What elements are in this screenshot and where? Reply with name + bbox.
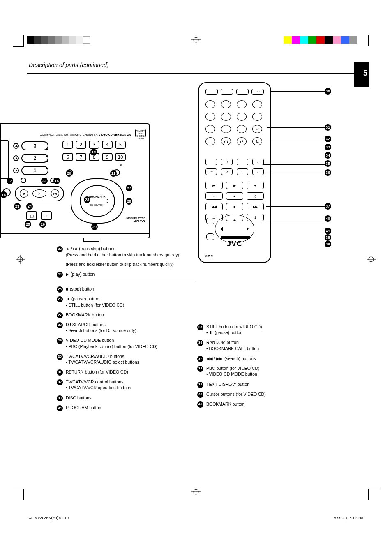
parts-list-entry: 32TV/CATV/VCR control buttons• TV/CATV/V… [57, 379, 196, 390]
callout-38: 38 [325, 234, 331, 241]
parts-list-entry: 28DJ SEARCH buttons• Search buttons (for… [57, 322, 196, 333]
parts-list-entry: 33DISC buttons [57, 395, 196, 401]
callout-number: 32 [57, 379, 63, 385]
held-note: (Press and hold either button to skip tr… [66, 262, 196, 268]
parts-list-right: 35STILL button (for VIDEO CD)• ⏸ (pause)… [197, 324, 337, 411]
numkey: 1 [62, 141, 73, 149]
play-icon: ▶ [226, 182, 243, 189]
entry-text: VIDEO CD MODE button [66, 338, 114, 343]
page-footer: XL-MV303BK(En).01-10 5 99.2.1, 8:12 PM [0, 516, 392, 520]
power-icon: ⏻ [221, 137, 231, 145]
callout-27: 27 [126, 185, 132, 191]
parts-list-entry: 23⏮ / ⏭(track skip) buttons(Press and ho… [57, 246, 196, 258]
skip-prev-icon: ⏮ [205, 182, 223, 189]
eject-icon [13, 168, 19, 173]
callout-number: 40 [197, 392, 203, 398]
remote-small-button [206, 218, 214, 224]
disc-tray-3: 3 [21, 141, 48, 150]
rew-icon: ◀◀ [205, 203, 223, 210]
page-number: 5 [363, 69, 367, 78]
remote-key [205, 100, 215, 108]
callout-41: 41 [325, 228, 331, 234]
remote-small-button [206, 233, 214, 240]
crop-mark [13, 489, 24, 489]
skip-next-icon: ⏭ [51, 189, 59, 198]
entry-subtext: • VIDEO CD MODE button [206, 371, 337, 377]
crop-mark [23, 489, 24, 500]
numkey: 7 [76, 153, 86, 161]
play-icon: ▷ [32, 189, 46, 198]
entry-text: ■(stop) button [66, 286, 94, 291]
registration-mark-icon [367, 255, 376, 264]
entry-text: ◀◀ / ▶▶(search) buttons [206, 356, 256, 361]
symbol-icon: ▶ [66, 272, 69, 277]
symbol-icon: ◀◀ / ▶▶ [206, 356, 223, 361]
symbol-icon: ⏸ [66, 297, 70, 301]
callout-number: 27 [57, 312, 63, 318]
parts-list-entry: 25■(stop) button [57, 286, 196, 292]
callout-31: 31 [325, 124, 331, 131]
entry-text: TV/CATV/VCR/AUDIO buttons [66, 354, 124, 359]
entry-text: ⏸(pause) button [66, 296, 99, 301]
numkey: 9 [102, 153, 113, 161]
manual-page: { "page": { "number": "5", "heading": "D… [0, 0, 392, 556]
mbr-label: MBR [205, 254, 213, 258]
entry-text: DJ SEARCH buttons [66, 322, 106, 327]
ff-icon: ▶▶ [247, 203, 264, 210]
callout-number: 24 [57, 272, 63, 278]
entry-text: PBC button (for VIDEO CD) [206, 366, 260, 371]
entry-text: BOOKMARK button [206, 401, 244, 406]
parts-list-entry: 24▶(play) button [57, 271, 196, 281]
callout-number: 41 [197, 401, 203, 408]
remote-mode-catv [221, 89, 233, 95]
entry-text: Cursor buttons (for VIDEO CD) [206, 392, 266, 397]
entry-subtext: • TV/CATV/VCR operation buttons [66, 385, 196, 390]
callout-28a: 28 [84, 196, 90, 203]
eject-icon [13, 155, 19, 161]
callout-number: 37 [197, 356, 203, 362]
remote-mode-audio [251, 89, 264, 95]
parts-list-left: 23⏮ / ⏭(track skip) buttons(Press and ho… [57, 246, 196, 415]
leader [271, 91, 325, 92]
footer-stamp: 5 99.2.1, 8:12 PM [334, 516, 363, 520]
callout-19: 19 [90, 149, 97, 155]
callout-24: 24 [26, 203, 33, 210]
crop-mark [368, 35, 369, 46]
crop-mark [13, 46, 24, 47]
entry-text: RETURN button (for VIDEO CD) [66, 369, 128, 374]
callout-number: 33 [57, 395, 63, 401]
repeat-button-icon [21, 178, 26, 183]
entry-text: DISC buttons [66, 395, 91, 400]
still-icon: ⏸ [237, 168, 248, 175]
remote-illustration: ↩ ⏻⇄⇅ ↷← ↷⟳⏸← ⏮▶⏭ ◇■◇ ◀◀■▶▶ ↥↥ JVC MBR [198, 82, 271, 263]
numkey: 3 [89, 141, 99, 149]
crop-mark [368, 489, 379, 489]
callout-number: 34 [57, 405, 63, 411]
callout-number: 39 [197, 382, 203, 388]
callout-29: 29 [91, 224, 98, 230]
remote-number-grid: ↩ ⏻⇄⇅ [205, 100, 264, 145]
entry-subtext: • PBC (Playback control) button (for VID… [66, 344, 196, 349]
parts-list-entry: 34PROGRAM button [57, 405, 196, 411]
jog-wheel: BOOKMARK DJ SEARCH [71, 178, 124, 224]
parts-list-entry: 29VIDEO CD MODE button• PBC (Playback co… [57, 337, 196, 349]
callout-40: 40 [325, 215, 331, 222]
vcd-version-label: VIDEO CD VERSION 2.0 [99, 133, 131, 136]
entry-subtext: • ⏸ (pause) button [206, 330, 337, 335]
entry-subtext: • TV/CATV/VCR/AUDIO select buttons [66, 359, 196, 365]
compact-disc-logo-icon: COMPACTdisc DIGITAL VIDEO [135, 129, 146, 137]
entry-text: TEXT DISPLAY button [206, 382, 249, 387]
eject-icon [13, 143, 19, 149]
entry-text: PROGRAM button [66, 405, 101, 410]
callout-32: 32 [325, 136, 331, 142]
parts-list-entry: 31RETURN button (for VIDEO CD) [57, 369, 196, 375]
callout-number: 36 [197, 340, 203, 346]
callout-number: 25 [57, 286, 63, 293]
entry-subtext: • BOOKMARK CALL button [206, 346, 337, 351]
parts-list-entry: 41BOOKMARK button [197, 401, 337, 407]
remote-mode-vcr [236, 89, 249, 95]
callout-33: 33 [325, 144, 331, 150]
entry-text: TV/CATV/VCR control buttons [66, 379, 123, 384]
numkey: 2 [76, 141, 86, 149]
disc-tray-1: 1 [21, 166, 48, 175]
